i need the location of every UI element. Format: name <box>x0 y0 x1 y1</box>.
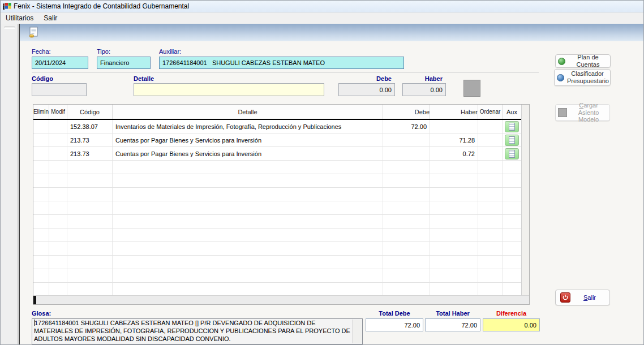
cell-modif <box>49 242 67 255</box>
total-haber-value: 72.00 <box>425 318 480 331</box>
header-aux[interactable]: Aux <box>503 105 521 119</box>
document-icon <box>509 150 515 158</box>
cell-modif <box>49 228 67 241</box>
cell-debe <box>383 215 430 228</box>
auxiliar-input[interactable]: 1726641184001 SHUGULI CABEZAS ESTEBAN MA… <box>159 57 404 69</box>
cell-modif <box>49 147 67 160</box>
power-icon <box>560 292 570 303</box>
cell-aux <box>503 256 521 269</box>
table-vertical-scrollbar[interactable] <box>521 105 529 296</box>
table-row[interactable]: 213.73Cuentas por Pagar Bienes y Servici… <box>33 147 521 161</box>
total-debe-value: 72.00 <box>366 318 423 331</box>
cell-haber <box>430 188 478 201</box>
collapsed-side-panel[interactable] <box>1 24 18 345</box>
header-haber[interactable]: Haber <box>430 105 478 119</box>
codigo-input[interactable] <box>32 83 87 96</box>
cell-codigo <box>67 174 113 187</box>
journal-entry-icon[interactable] <box>28 27 39 38</box>
cell-detalle <box>113 215 383 228</box>
plan-de-cuentas-button[interactable]: Plan de Cuentas <box>555 54 611 68</box>
menu-utilitarios[interactable]: Utilitarios <box>1 13 38 23</box>
header-elimin[interactable]: Elimin <box>33 105 49 119</box>
cell-ordenar <box>478 201 503 214</box>
cell-ordenar <box>478 256 503 269</box>
cell-codigo <box>67 215 113 228</box>
glosa-scrollbar[interactable] <box>353 320 362 343</box>
debe-label: Debe <box>338 75 392 82</box>
green-sphere-icon <box>558 58 565 65</box>
document-icon <box>509 136 515 144</box>
glosa-input[interactable]: 1726641184001 SHUGULI CABEZAS ESTEBAN MA… <box>32 318 363 344</box>
tipo-input[interactable]: Financiero <box>97 57 151 69</box>
total-haber-label: Total Haber <box>425 310 480 317</box>
cell-aux <box>503 228 521 241</box>
cell-codigo <box>67 242 113 255</box>
cell-debe <box>383 161 430 174</box>
cell-codigo <box>67 161 113 174</box>
clasificador-presupuestario-button[interactable]: Clasificador Presupuestario <box>554 69 611 86</box>
table-horizontal-scrollbar[interactable] <box>33 295 529 304</box>
cell-codigo <box>67 228 113 241</box>
header-modif[interactable]: Modif <box>49 105 67 119</box>
haber-input[interactable]: 0.00 <box>402 83 446 96</box>
cell-ordenar <box>478 120 503 133</box>
cell-aux <box>503 269 521 282</box>
cell-elimin <box>33 256 49 269</box>
cell-debe <box>383 228 430 241</box>
detalle-input[interactable] <box>134 83 324 96</box>
cell-elimin <box>33 215 49 228</box>
cell-haber: 0.72 <box>430 147 478 160</box>
cell-modif <box>49 283 67 296</box>
cell-ordenar <box>478 161 503 174</box>
menu-salir[interactable]: Salir <box>38 13 62 23</box>
cell-codigo <box>67 201 113 214</box>
table-row <box>33 201 521 215</box>
scrollbar-thumb[interactable] <box>33 296 36 304</box>
header-debe[interactable]: Debe <box>383 105 430 119</box>
cell-elimin <box>33 174 49 187</box>
cell-detalle <box>113 161 383 174</box>
haber-label: Haber <box>402 75 443 82</box>
cell-debe <box>383 269 430 282</box>
cargar-asiento-modelo-button[interactable]: Cargar Asiento Modelo <box>555 104 610 121</box>
cell-aux <box>503 161 521 174</box>
cell-detalle <box>113 242 383 255</box>
cell-modif <box>49 215 67 228</box>
cell-elimin <box>33 188 49 201</box>
panel-grip[interactable] <box>4 27 15 29</box>
cell-modif <box>49 161 67 174</box>
cell-haber: 71.28 <box>430 133 478 146</box>
aux-button[interactable] <box>505 121 519 132</box>
fecha-label: Fecha: <box>32 48 51 55</box>
auxiliar-label: Auxiliar: <box>159 48 181 55</box>
cell-ordenar <box>478 188 503 201</box>
header-ordenar[interactable]: Ordenar <box>478 105 503 119</box>
cell-elimin <box>33 228 49 241</box>
table-row[interactable]: 152.38.07Inventarios de Materiales de Im… <box>33 120 521 133</box>
table-row[interactable]: 213.73Cuentas por Pagar Bienes y Servici… <box>33 133 521 147</box>
cell-aux <box>503 215 521 228</box>
cell-detalle: Cuentas por Pagar Bienes y Servicios par… <box>113 133 383 146</box>
cell-ordenar <box>478 283 503 296</box>
cell-detalle: Inventarios de Materiales de Impresión, … <box>113 120 383 133</box>
header-codigo[interactable]: Código <box>67 105 113 119</box>
aux-button[interactable] <box>505 135 519 146</box>
salir-button[interactable]: Salir <box>555 290 610 305</box>
cell-haber <box>430 242 478 255</box>
cell-debe <box>383 188 430 201</box>
cell-aux <box>503 242 521 255</box>
add-entry-button[interactable] <box>463 80 480 97</box>
cell-ordenar <box>478 147 503 160</box>
cell-aux <box>503 188 521 201</box>
fecha-input[interactable]: 20/11/2024 <box>32 57 88 69</box>
cell-elimin <box>33 133 49 146</box>
cell-debe <box>383 242 430 255</box>
cell-ordenar <box>478 133 503 146</box>
application-window: Fenix - Sistema Integrado de Contabilida… <box>0 0 644 345</box>
table-row <box>33 215 521 228</box>
debe-input[interactable]: 0.00 <box>338 83 395 96</box>
aux-button[interactable] <box>505 148 519 159</box>
cell-modif <box>49 188 67 201</box>
header-detalle[interactable]: Detalle <box>113 105 383 119</box>
cell-haber <box>430 228 478 241</box>
